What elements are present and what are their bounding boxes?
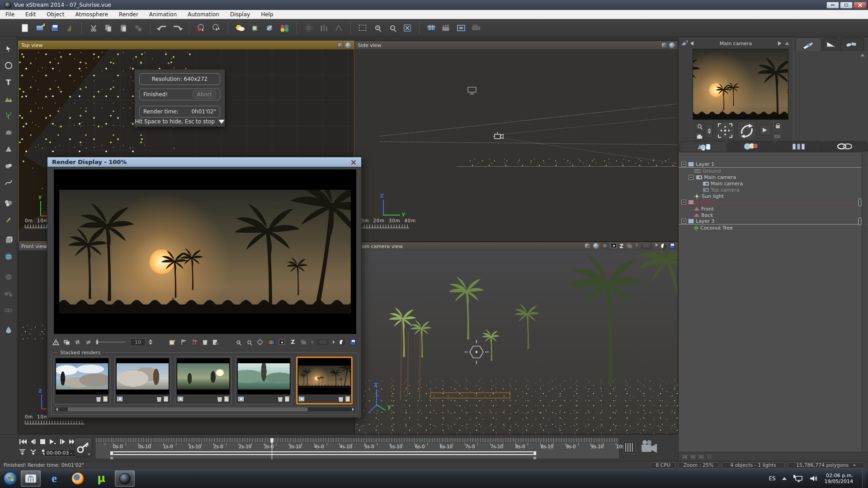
menu-edit[interactable]: Edit (20, 10, 41, 19)
metablob-tool-icon[interactable] (3, 160, 14, 171)
redo-button[interactable] (171, 22, 183, 34)
tab-measure-ruler[interactable] (823, 38, 839, 51)
layer-row[interactable]: Ground (679, 168, 868, 174)
camera-lock-button[interactable] (774, 121, 782, 130)
camera-play-button[interactable] (759, 125, 771, 136)
maximize-button[interactable] (840, 2, 853, 9)
range-end-marker[interactable] (533, 456, 537, 460)
side-view-canvas[interactable]: Z y 10m20m30m40m (355, 49, 678, 241)
add-keyframe-button[interactable] (74, 437, 92, 457)
layer-row[interactable]: Sun light (679, 193, 868, 199)
zoom-indicator[interactable]: Zoom : 25% (678, 462, 719, 469)
render-animation-camera-button[interactable] (640, 438, 659, 458)
layer-extra-icon[interactable] (707, 455, 712, 459)
group-tool-icon[interactable] (3, 288, 14, 299)
menu-file[interactable]: File (0, 10, 20, 19)
export-image-icon[interactable] (169, 339, 176, 346)
blend-slider[interactable] (95, 339, 127, 345)
copy-image-icon[interactable] (63, 339, 71, 346)
text-tool-icon[interactable]: T (3, 77, 14, 88)
copy-button[interactable] (103, 22, 114, 34)
taskbar-clock[interactable]: 02:06 p.m. 19/05/2014 (825, 473, 853, 484)
prev-camera-icon[interactable] (690, 41, 693, 46)
zoom-out-icon[interactable]: - (245, 339, 253, 346)
polygons-indicator[interactable]: 15,786,774 polygons (788, 462, 864, 469)
notes-thumb-icon[interactable] (164, 396, 168, 402)
delete-thumb-icon[interactable] (278, 396, 283, 402)
taskbar-utorrent-button[interactable]: µ (91, 470, 111, 487)
layer-row[interactable]: Layer 1 (679, 161, 868, 168)
tab-materials[interactable] (727, 141, 774, 151)
cube-tool-icon[interactable] (3, 235, 14, 245)
image-thumb-icon[interactable] (178, 397, 183, 401)
sphere-tool-icon[interactable] (3, 272, 14, 282)
notes-thumb-icon[interactable] (345, 396, 350, 402)
next-frame-icon[interactable] (333, 340, 335, 344)
open-file-button[interactable] (34, 22, 46, 34)
frame-field[interactable]: 00 (316, 338, 330, 346)
camera-gizmo-icon[interactable] (493, 131, 505, 141)
range-start-marker[interactable] (110, 456, 113, 460)
prev-frame-icon[interactable] (311, 340, 313, 344)
visibility-eye-box[interactable] (859, 198, 861, 206)
tab-links[interactable] (821, 141, 868, 151)
cut-button[interactable] (88, 22, 99, 34)
exposure-icon[interactable] (660, 243, 666, 249)
iterations-field[interactable]: 10 (130, 338, 146, 346)
render-animation-button[interactable] (440, 22, 452, 34)
paste-button[interactable] (118, 22, 129, 34)
range-start-handle[interactable] (110, 451, 113, 455)
image-thumb-icon[interactable] (117, 397, 123, 401)
prev-frame-icon[interactable] (635, 243, 637, 247)
tab-edit-pencil[interactable] (795, 38, 821, 51)
prev-frame-button[interactable] (29, 438, 37, 445)
visibility-eye-box[interactable] (859, 217, 861, 225)
color-spheres-button[interactable] (279, 22, 291, 34)
fit-view-icon[interactable] (256, 339, 264, 346)
pick-multiple-button[interactable] (210, 22, 222, 34)
go-start-button[interactable] (19, 438, 27, 445)
tab-objects[interactable] (679, 141, 726, 151)
menu-automation[interactable]: Automation (182, 10, 225, 19)
delete-layer-icon[interactable] (690, 455, 696, 459)
display-mode-icon[interactable] (338, 42, 344, 48)
plant-tool-icon[interactable] (3, 110, 14, 121)
render-mode-icon[interactable] (345, 42, 351, 48)
layers-icon[interactable] (626, 243, 632, 250)
exposure-icon[interactable] (338, 339, 346, 346)
camera-pan-pad[interactable] (716, 121, 735, 140)
cone-tool-icon[interactable] (3, 144, 14, 155)
difference-icon[interactable] (85, 339, 92, 346)
save-view-icon[interactable] (669, 243, 675, 249)
render-settings-icon[interactable] (212, 339, 220, 346)
image-thumb-icon[interactable] (299, 397, 304, 401)
network-icon[interactable] (793, 474, 803, 483)
warning-icon[interactable] (52, 339, 60, 346)
thumbs-scrollbar[interactable] (54, 407, 356, 412)
paint-tool-icon[interactable] (3, 214, 14, 225)
image-thumb-icon[interactable] (238, 397, 244, 401)
layer-row[interactable]: Layer 3 (679, 218, 868, 225)
menu-help[interactable]: Help (255, 10, 278, 19)
terrain-tool-icon[interactable] (3, 94, 14, 104)
rgb-channel-icon[interactable] (267, 339, 275, 346)
layer-row-selected[interactable]: Layer 2 (679, 199, 868, 206)
render-display-window[interactable]: Render Display - 100% 10 + - Z (47, 157, 362, 418)
close-button[interactable] (854, 2, 866, 9)
render-window-titlebar[interactable]: Render Display - 100% (47, 157, 361, 167)
frame-number-field[interactable]: 00 (640, 243, 653, 249)
notes-thumb-icon[interactable] (224, 396, 229, 402)
viewport-side-view[interactable]: Side view Z y 10m20m3 (354, 41, 678, 242)
zoom-out-button[interactable]: - (387, 22, 398, 34)
layer-row[interactable]: Top camera (679, 187, 868, 193)
render-thumbnail[interactable] (54, 357, 110, 404)
top-view-header[interactable]: Top view (19, 41, 354, 49)
load-object-button[interactable] (249, 22, 261, 34)
atmosphere-editor-button[interactable] (234, 22, 246, 34)
camera-hand-button[interactable] (695, 132, 704, 140)
camera-view-canvas[interactable]: Z y (355, 250, 678, 434)
new-layer-icon[interactable] (682, 455, 688, 459)
swap-buffers-icon[interactable] (74, 339, 81, 346)
collapse-toggle[interactable] (681, 200, 686, 205)
quick-render-icon[interactable] (64, 22, 75, 34)
